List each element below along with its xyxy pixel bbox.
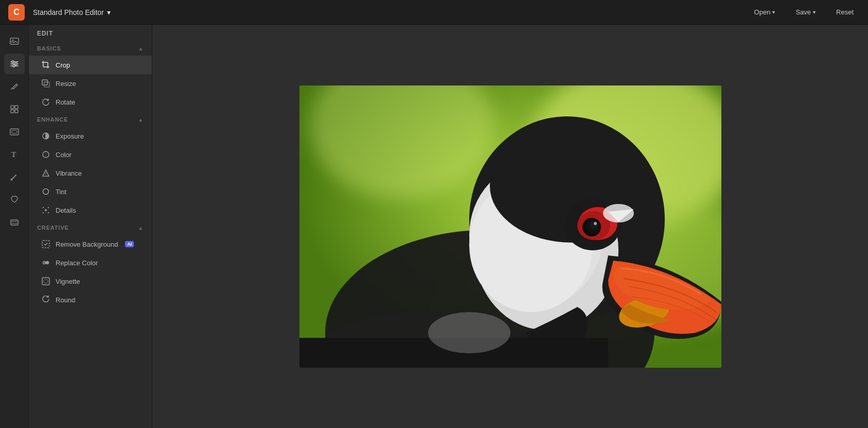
sidebar-layers-icon[interactable] [4,212,25,233]
sidebar-heart-icon[interactable] [4,190,25,210]
app-title-chevron: ▾ [107,8,111,16]
svg-rect-16 [11,220,18,225]
replace-color-label: Replace Color [56,259,98,267]
app-logo: C [8,4,25,21]
app-title[interactable]: Standard Photo Editor ▾ [33,8,111,16]
canvas-area [152,25,868,428]
svg-rect-35 [42,278,49,285]
svg-point-54 [590,221,598,229]
svg-point-36 [44,279,48,283]
icon-sidebar: T [0,25,29,428]
save-button[interactable]: Save ▾ [789,5,822,19]
svg-rect-8 [11,106,14,109]
color-label: Color [56,151,72,159]
svg-point-25 [43,189,49,195]
svg-point-29 [43,212,44,213]
resize-label: Resize [56,80,76,88]
open-button[interactable]: Open ▾ [748,5,782,19]
remove-background-label: Remove Background [56,241,118,248]
vibrance-icon [41,168,50,178]
rotate-icon [41,97,50,107]
crop-label: Crop [56,61,70,69]
topbar: C Standard Photo Editor ▾ Open ▾ Save ▾ … [0,0,868,25]
tool-vignette[interactable]: Vignette [29,272,152,290]
vibrance-label: Vibrance [56,169,82,177]
svg-rect-13 [12,130,17,133]
sidebar-text-icon[interactable]: T [4,144,25,165]
svg-rect-10 [11,110,14,113]
tool-replace-color[interactable]: Replace Color [29,253,152,272]
ai-badge: AI [125,241,134,247]
svg-rect-11 [15,110,18,113]
details-label: Details [56,207,76,214]
svg-point-55 [594,222,597,225]
tool-remove-background[interactable]: Remove Background AI [29,235,152,253]
replace-color-icon [41,258,50,267]
svg-point-1 [12,40,13,41]
edit-label: EDIT [29,25,152,40]
svg-point-6 [15,63,17,65]
tools-panel: EDIT BASICS ▲ Crop Resize [29,25,152,428]
svg-point-5 [12,61,14,63]
svg-rect-12 [10,129,19,135]
enhance-section-header: ENHANCE ▲ [29,111,152,127]
sidebar-frame-icon[interactable] [4,122,25,142]
tool-vibrance[interactable]: Vibrance [29,164,152,182]
tool-tint[interactable]: Tint [29,182,152,201]
tool-exposure[interactable]: Exposure [29,127,152,145]
svg-rect-20 [44,82,49,87]
svg-point-61 [428,312,510,353]
sidebar-adjust-icon[interactable] [4,54,25,74]
remove-background-icon [41,239,50,249]
rotate-label: Rotate [56,98,75,106]
main-area: T EDIT BASICS [0,25,868,428]
basics-section-header: BASICS ▲ [29,40,152,56]
svg-text:T: T [11,151,16,159]
svg-rect-0 [10,38,19,44]
svg-point-28 [48,207,49,208]
save-chevron-icon: ▾ [813,9,816,15]
tint-icon [41,187,50,196]
svg-point-27 [43,207,44,208]
color-icon [41,150,50,159]
svg-point-57 [603,204,634,222]
exposure-icon [41,131,50,141]
sidebar-image-icon[interactable] [4,31,25,52]
tool-color[interactable]: Color [29,145,152,164]
svg-rect-19 [42,80,47,85]
svg-point-7 [13,65,15,67]
exposure-label: Exposure [56,132,84,140]
tool-round[interactable]: Round [29,290,152,309]
resize-icon [41,79,50,88]
reset-button[interactable]: Reset [830,5,860,19]
vignette-icon [41,277,50,286]
open-chevron-icon: ▾ [772,9,775,15]
crop-icon [41,60,50,70]
svg-point-26 [45,209,47,211]
tool-rotate[interactable]: Rotate [29,93,152,111]
tool-details[interactable]: Details [29,201,152,219]
tool-resize[interactable]: Resize [29,74,152,93]
sidebar-grid-icon[interactable] [4,99,25,119]
photo-container [299,85,721,368]
photo-canvas[interactable] [299,85,721,368]
round-icon [41,295,50,304]
details-icon [41,206,50,215]
sidebar-draw-icon[interactable] [4,76,25,97]
enhance-collapse-icon[interactable]: ▲ [138,117,144,123]
tool-crop[interactable]: Crop [29,56,152,74]
vignette-label: Vignette [56,278,80,285]
round-label: Round [56,296,75,304]
basics-collapse-icon[interactable]: ▲ [138,46,144,52]
creative-section-header: CREATIVE ▲ [29,219,152,235]
sidebar-brush-icon[interactable] [4,167,25,187]
svg-rect-9 [15,106,18,109]
tint-label: Tint [56,188,66,196]
svg-point-15 [10,179,12,181]
svg-point-30 [48,212,49,213]
creative-collapse-icon[interactable]: ▲ [138,225,144,231]
